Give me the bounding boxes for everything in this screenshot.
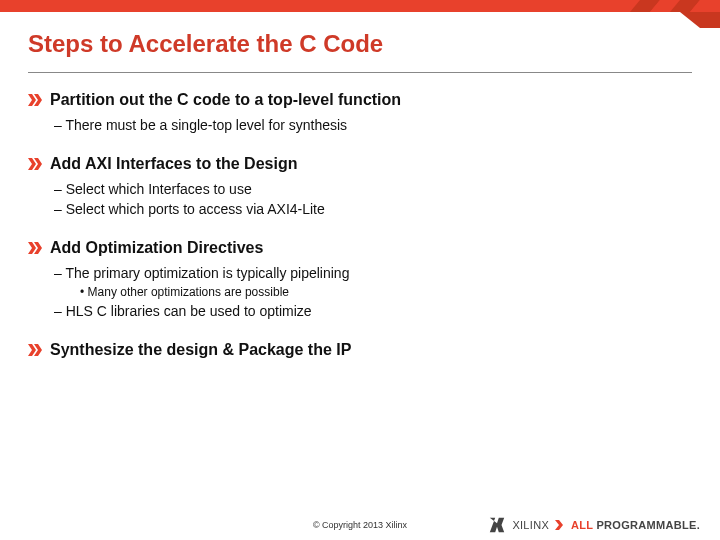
corner-decoration (630, 0, 720, 30)
sub-bullet: – HLS C libraries can be used to optimiz… (54, 303, 692, 319)
xilinx-logo-icon (488, 516, 506, 534)
sub-bullet: – The primary optimization is typically … (54, 265, 692, 281)
svg-marker-14 (555, 520, 563, 530)
double-chevron-icon (28, 158, 42, 170)
content-area: Partition out the C code to a top-level … (0, 73, 720, 359)
svg-marker-7 (28, 158, 36, 170)
sub-bullet: – Select which Interfaces to use (54, 181, 692, 197)
svg-marker-4 (680, 12, 720, 28)
double-chevron-icon (28, 242, 42, 254)
brand-block: XILINX ALL PROGRAMMABLE. (488, 516, 700, 534)
section-synthesize: Synthesize the design & Package the IP (28, 341, 692, 359)
svg-marker-5 (28, 94, 36, 106)
section-optimization: Add Optimization Directives – The primar… (28, 239, 692, 319)
copyright-text: © Copyright 2013 Xilinx (313, 520, 407, 530)
section-head-text: Add Optimization Directives (50, 239, 263, 257)
sub-bullet: – There must be a single-top level for s… (54, 117, 692, 133)
svg-marker-9 (28, 242, 36, 254)
svg-marker-13 (490, 518, 504, 532)
section-partition: Partition out the C code to a top-level … (28, 91, 692, 133)
section-head-text: Add AXI Interfaces to the Design (50, 155, 297, 173)
tag-accent: ALL (571, 519, 593, 531)
brand-tagline: ALL PROGRAMMABLE. (571, 519, 700, 531)
svg-marker-11 (28, 344, 36, 356)
tag-rest: PROGRAMMABLE. (593, 519, 700, 531)
section-head: Synthesize the design & Package the IP (28, 341, 692, 359)
section-head-text: Synthesize the design & Package the IP (50, 341, 351, 359)
section-head: Add Optimization Directives (28, 239, 692, 257)
subsub-bullet: • Many other optimizations are possible (80, 285, 692, 299)
section-axi: Add AXI Interfaces to the Design – Selec… (28, 155, 692, 217)
brand-name: XILINX (512, 519, 549, 531)
double-chevron-icon (28, 344, 42, 356)
section-head: Partition out the C code to a top-level … (28, 91, 692, 109)
chevron-icon (555, 520, 565, 530)
section-head-text: Partition out the C code to a top-level … (50, 91, 401, 109)
slide-title: Steps to Accelerate the C Code (0, 12, 720, 66)
sub-bullet: – Select which ports to access via AXI4-… (54, 201, 692, 217)
section-head: Add AXI Interfaces to the Design (28, 155, 692, 173)
top-accent-bar (0, 0, 720, 12)
double-chevron-icon (28, 94, 42, 106)
